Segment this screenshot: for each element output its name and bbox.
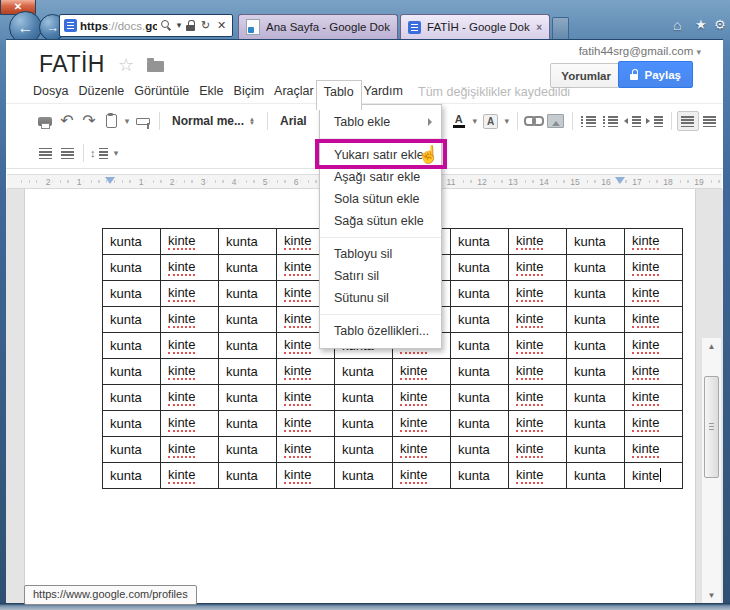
table-cell[interactable]: kinte bbox=[509, 385, 567, 411]
table-cell[interactable]: kinte bbox=[625, 437, 683, 463]
menu-ekle[interactable]: Ekle bbox=[199, 80, 223, 104]
table-cell[interactable]: kunta bbox=[103, 411, 161, 437]
table-cell[interactable]: kunta bbox=[219, 385, 277, 411]
left-indent-marker[interactable] bbox=[105, 177, 115, 184]
table-cell[interactable]: kinte bbox=[161, 385, 219, 411]
menu-item[interactable]: Sütunu sil bbox=[320, 287, 441, 309]
tools-gear-icon[interactable]: ⚙ bbox=[714, 17, 726, 32]
insert-link-icon[interactable] bbox=[523, 111, 545, 131]
dropdown-icon[interactable] bbox=[122, 111, 132, 131]
highlight-color-icon[interactable] bbox=[480, 111, 502, 131]
table-cell[interactable]: kinte bbox=[161, 307, 219, 333]
address-bar[interactable]: https://docs.goo... ▾ ↻ ✕ bbox=[59, 14, 233, 37]
table-cell[interactable]: kunta bbox=[567, 463, 625, 489]
table-cell[interactable]: kinte bbox=[625, 255, 683, 281]
table-cell[interactable]: kinte bbox=[509, 229, 567, 255]
table-cell[interactable]: kunta bbox=[567, 411, 625, 437]
table-cell[interactable]: kunta bbox=[103, 333, 161, 359]
table-cell[interactable]: kinte bbox=[509, 333, 567, 359]
menu-item[interactable]: Tabloyu sil bbox=[320, 243, 441, 265]
table-cell[interactable]: kinte bbox=[277, 463, 335, 489]
table-cell[interactable]: kunta bbox=[335, 437, 393, 463]
table-cell[interactable]: kunta bbox=[219, 411, 277, 437]
text-color-icon[interactable] bbox=[448, 111, 470, 131]
table-cell[interactable]: kunta bbox=[219, 307, 277, 333]
line-spacing-icon[interactable] bbox=[89, 143, 111, 163]
menu-düzenle[interactable]: Düzenle bbox=[78, 80, 124, 104]
table-cell[interactable]: kunta bbox=[451, 255, 509, 281]
table-cell[interactable]: kunta bbox=[567, 385, 625, 411]
menu-item[interactable]: Sağa sütun ekle bbox=[320, 210, 441, 232]
table-cell[interactable]: kinte bbox=[509, 359, 567, 385]
table-cell[interactable]: kinte bbox=[625, 333, 683, 359]
table-cell[interactable]: kinte bbox=[277, 437, 335, 463]
table-cell[interactable]: kunta bbox=[567, 307, 625, 333]
table-cell[interactable]: kunta bbox=[451, 307, 509, 333]
menu-item[interactable]: Sola sütun ekle bbox=[320, 188, 441, 210]
menu-görüntüle[interactable]: Görüntüle bbox=[134, 80, 189, 104]
table-cell[interactable]: kunta bbox=[567, 333, 625, 359]
account-menu[interactable]: fatih44srg@gmail.com ▾ bbox=[579, 45, 701, 57]
table-cell[interactable]: kunta bbox=[103, 463, 161, 489]
paste-icon[interactable] bbox=[100, 111, 122, 131]
table-cell[interactable]: kinte bbox=[509, 307, 567, 333]
table-cell[interactable]: kunta bbox=[451, 281, 509, 307]
table-cell[interactable]: kunta bbox=[451, 411, 509, 437]
table-cell[interactable]: kunta bbox=[335, 359, 393, 385]
table-cell[interactable]: kunta bbox=[219, 333, 277, 359]
decrease-indent-icon[interactable] bbox=[622, 111, 644, 131]
table-cell[interactable]: kunta bbox=[103, 229, 161, 255]
redo-icon[interactable] bbox=[78, 111, 100, 131]
table-cell[interactable]: kinte bbox=[393, 411, 451, 437]
table-cell[interactable]: kunta bbox=[103, 307, 161, 333]
tab-close-icon[interactable]: × bbox=[536, 22, 542, 33]
insert-image-icon[interactable] bbox=[545, 111, 567, 131]
table-cell[interactable]: kunta bbox=[451, 229, 509, 255]
table-cell[interactable]: kinte bbox=[509, 437, 567, 463]
table-cell[interactable]: kunta bbox=[219, 437, 277, 463]
star-rating-icon[interactable]: ☆ bbox=[118, 56, 134, 74]
share-button[interactable]: Paylaş bbox=[618, 61, 693, 88]
bulleted-list-icon[interactable] bbox=[600, 111, 622, 131]
table-cell[interactable]: kunta bbox=[103, 385, 161, 411]
menu-item[interactable]: Aşağı satır ekle bbox=[320, 166, 441, 188]
dropdown-icon[interactable] bbox=[502, 111, 512, 131]
table-cell[interactable]: kinte bbox=[277, 359, 335, 385]
table-cell[interactable]: kinte bbox=[161, 437, 219, 463]
table-cell[interactable]: kunta bbox=[451, 385, 509, 411]
table-cell[interactable]: kunta bbox=[567, 255, 625, 281]
table-cell[interactable]: kinte bbox=[625, 359, 683, 385]
table-cell[interactable]: kinte bbox=[509, 463, 567, 489]
scroll-down-icon[interactable]: ▼ bbox=[702, 587, 721, 603]
home-icon[interactable]: ⌂ bbox=[673, 17, 681, 33]
table-cell[interactable]: kunta bbox=[103, 255, 161, 281]
table-cell[interactable]: kinte bbox=[161, 359, 219, 385]
menu-item[interactable]: Tablo ekle bbox=[320, 111, 441, 133]
folder-icon[interactable] bbox=[147, 61, 164, 72]
dropdown-icon[interactable] bbox=[470, 111, 480, 131]
table-cell[interactable]: kinte bbox=[393, 359, 451, 385]
table-cell[interactable]: kinte bbox=[625, 307, 683, 333]
table-cell[interactable]: kunta bbox=[451, 333, 509, 359]
table-cell[interactable]: kinte bbox=[625, 281, 683, 307]
table-cell[interactable]: kinte bbox=[277, 411, 335, 437]
font-selector[interactable]: Arial bbox=[273, 114, 314, 128]
table-cell[interactable]: kunta bbox=[219, 281, 277, 307]
justify-icon[interactable] bbox=[56, 143, 78, 163]
table-cell[interactable]: kinte bbox=[277, 385, 335, 411]
scroll-up-icon[interactable]: ▲ bbox=[702, 338, 721, 354]
stop-icon[interactable]: ✕ bbox=[215, 19, 228, 33]
dropdown-icon[interactable] bbox=[111, 143, 121, 163]
menu-item[interactable]: Satırı sil bbox=[320, 265, 441, 287]
table-cell[interactable]: kinte bbox=[393, 463, 451, 489]
table-cell[interactable]: kunta bbox=[103, 359, 161, 385]
menu-biçim[interactable]: Biçim bbox=[234, 80, 265, 104]
refresh-icon[interactable]: ↻ bbox=[199, 19, 212, 33]
table-cell[interactable]: kunta bbox=[103, 281, 161, 307]
align-right-icon[interactable] bbox=[34, 143, 56, 163]
menu-yardım[interactable]: Yardım bbox=[364, 80, 403, 104]
menu-dosya[interactable]: Dosya bbox=[33, 80, 68, 104]
table-cell[interactable]: kunta bbox=[335, 411, 393, 437]
new-tab-button[interactable] bbox=[552, 17, 569, 40]
table-cell[interactable]: kinte bbox=[161, 411, 219, 437]
